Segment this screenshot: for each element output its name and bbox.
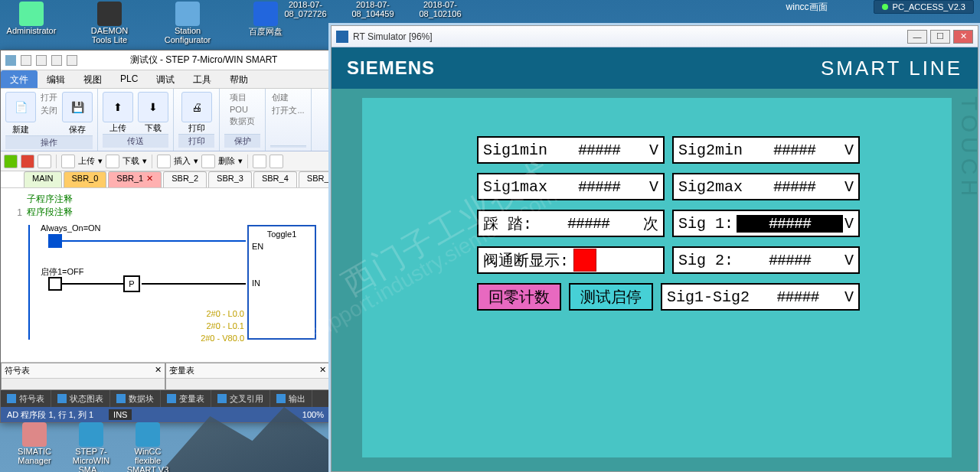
desktop-icon[interactable]: Station Configurator (161, 0, 214, 50)
tab-main[interactable]: MAIN (24, 171, 62, 187)
sig1min-field[interactable]: Sig1min#####V (477, 136, 665, 164)
run-icon[interactable] (4, 155, 18, 168)
datapage-button[interactable]: 数据页 (230, 116, 255, 127)
sig2min-field[interactable]: Sig2min#####V (672, 136, 860, 164)
editor-tabs: MAIN SBR_0 SBR_1✕ SBR_2 SBR_3 SBR_4 SBR_… (1, 171, 330, 188)
upload-small-icon[interactable] (61, 155, 75, 168)
tab-sbr1[interactable]: SBR_1✕ (108, 171, 162, 187)
tool-icon[interactable] (38, 155, 51, 168)
download-button[interactable]: ⬇ (138, 92, 168, 122)
bottab-status[interactable]: 状态图表 (51, 390, 110, 407)
create-button[interactable]: 创建 (272, 92, 304, 103)
wincc-label[interactable]: wincc画面 (786, 1, 828, 14)
pc-access-button[interactable]: PC_ACCESS_V2.3 (874, 0, 974, 14)
close-button[interactable]: ✕ (953, 30, 973, 44)
zoom-level[interactable]: 100% (302, 410, 324, 419)
qat-new-icon[interactable] (21, 55, 31, 66)
download-small-icon[interactable] (106, 155, 119, 168)
upload-button[interactable]: ⬆ (103, 92, 133, 122)
open-button[interactable]: 打开 (41, 92, 57, 103)
qat-print-icon[interactable] (67, 55, 77, 66)
bottab-data[interactable]: 数据块 (110, 390, 161, 407)
function-block[interactable]: Toggle1 EN IN (247, 225, 316, 340)
bottab-xref[interactable]: 交叉引用 (211, 390, 270, 407)
sig2max-field[interactable]: Sig2max#####V (672, 173, 860, 200)
valve-lamp-icon (573, 249, 596, 272)
reset-count-button[interactable]: 回零计数 (477, 283, 561, 311)
maximize-button[interactable]: ☐ (930, 30, 950, 44)
stop-icon[interactable] (21, 155, 34, 168)
tool-b-icon[interactable] (270, 155, 283, 168)
output-value: 2#0 - V80.0 (201, 334, 244, 343)
rt-app-icon (336, 31, 348, 43)
tab-sbr2[interactable]: SBR_2 (163, 171, 207, 187)
rt-window-title: RT Simulator [96%] (353, 31, 433, 42)
bottab-var[interactable]: 变量表 (161, 390, 211, 407)
smartline-label: SMART LINE (821, 57, 962, 80)
panel-close-icon[interactable]: ✕ (319, 365, 326, 376)
tab-sbr4[interactable]: SBR_4 (253, 171, 297, 187)
menu-file[interactable]: 文件 (1, 70, 38, 88)
bottab-out[interactable]: 输出 (270, 390, 312, 407)
tab-sbr0[interactable]: SBR_0 (64, 171, 107, 187)
toolbar2: 上传▾ 下载▾ 插入▾ 删除▾ (1, 151, 330, 171)
bottom-tabs: 符号表 状态图表 数据块 变量表 交叉引用 输出 (1, 390, 330, 407)
minimize-button[interactable]: — (907, 30, 927, 44)
qat-save-icon[interactable] (51, 55, 62, 66)
step7-title: 测试仪 - STEP 7-Micro/WIN SMART (82, 54, 325, 67)
pou-button[interactable]: POU (230, 105, 255, 114)
sig-diff-field[interactable]: Sig1-Sig2#####V (661, 283, 860, 311)
hmi-header: SIEMENS SMART LINE (332, 47, 978, 89)
desktop-icon[interactable]: DAEMON Tools Lite (83, 0, 136, 50)
contact-open-icon[interactable] (48, 277, 62, 291)
menu-edit[interactable]: 编辑 (38, 70, 74, 88)
menu-debug[interactable]: 调试 (147, 70, 184, 88)
desktop-file-labels: 2018-07-08_072726 2018-07-08_104459 2018… (276, 0, 470, 18)
desktop-icon[interactable]: WinCC flexible SMART V3 (121, 421, 175, 470)
desktop-topright: wincc画面 PC_ACCESS_V2.3 (786, 0, 974, 14)
desktop-icon[interactable]: SIMATIC Manager (8, 421, 61, 470)
menu-tools[interactable]: 工具 (184, 70, 220, 88)
tab-sbr3[interactable]: SBR_3 (208, 171, 252, 187)
touch-label: TOUCH (956, 96, 980, 200)
bottab-symbol[interactable]: 符号表 (1, 390, 51, 407)
panel-close-icon[interactable]: ✕ (155, 365, 162, 376)
step7-menu: 文件 编辑 视图 PLC 调试 工具 帮助 (1, 70, 330, 89)
qat-open-icon[interactable] (36, 55, 47, 66)
valve-indicator-field: 阀通断显示: (477, 246, 665, 274)
close-button[interactable]: 关闭 (41, 105, 57, 116)
menu-view[interactable]: 视图 (74, 70, 111, 88)
menu-help[interactable]: 帮助 (220, 70, 257, 88)
openfile-button[interactable]: 打开文... (272, 105, 304, 116)
ribbon: 📄 新建 打开 关闭 💾 保存 操作 ⬆上传 ⬇下载 传送 (1, 89, 330, 151)
rt-titlebar[interactable]: RT Simulator [96%] — ☐ ✕ (332, 26, 978, 47)
sig1-field[interactable]: Sig 1:#####V (672, 210, 860, 237)
contact-icon[interactable] (48, 234, 62, 248)
menu-plc[interactable]: PLC (111, 70, 147, 88)
ins-indicator[interactable]: INS (109, 409, 132, 420)
close-tab-icon[interactable]: ✕ (146, 174, 153, 183)
sig1max-field[interactable]: Sig1max#####V (477, 173, 665, 200)
save-button[interactable]: 💾 (62, 92, 93, 122)
tool-a-icon[interactable] (253, 155, 266, 168)
status-dot-icon (882, 4, 888, 10)
hmi-body: TOUCH Sig1min#####V Sig2min#####V Sig1ma… (332, 89, 978, 471)
desktop-icon[interactable]: Administrator (5, 0, 58, 50)
new-button[interactable]: 📄 (5, 92, 36, 122)
sig2-field[interactable]: Sig 2:#####V (672, 246, 860, 274)
step-count-field[interactable]: 踩 踏:#####次 (477, 210, 665, 237)
print-button[interactable]: 🖨 (181, 92, 212, 122)
pulse-p-icon[interactable]: P (123, 275, 140, 292)
step7-window: 测试仪 - STEP 7-Micro/WIN SMART 文件 编辑 视图 PL… (0, 50, 331, 423)
test-startstop-button[interactable]: 测试启停 (569, 283, 653, 311)
cursor-position: AD 程序段 1, 行 1, 列 1 (7, 409, 93, 421)
ladder-editor[interactable]: 子程序注释 1程序段注释 Always_On=ON 启停1=OFF P Togg… (1, 188, 330, 363)
delete-icon[interactable] (201, 155, 215, 168)
step7-titlebar[interactable]: 测试仪 - STEP 7-Micro/WIN SMART (1, 50, 330, 70)
insert-icon[interactable] (157, 155, 171, 168)
panel-title: 符号表 (5, 365, 30, 376)
rt-simulator-window: RT Simulator [96%] — ☐ ✕ SIEMENS SMART L… (331, 25, 978, 472)
bottom-panels: 符号表✕ 变量表✕ (1, 363, 330, 390)
project-button[interactable]: 项目 (230, 92, 255, 103)
desktop-icon[interactable]: STEP 7-MicroWIN SMA... (64, 421, 118, 470)
